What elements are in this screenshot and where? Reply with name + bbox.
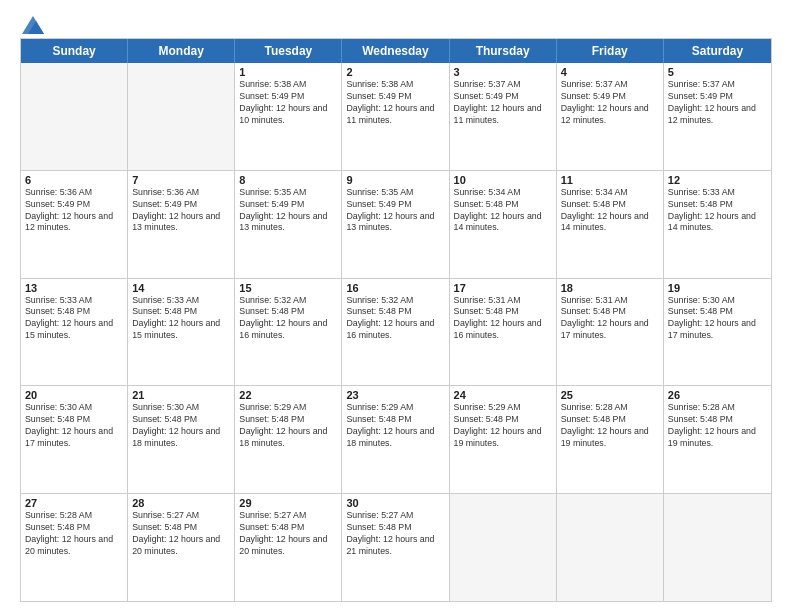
calendar-cell bbox=[128, 63, 235, 170]
weekday-header: Sunday bbox=[21, 39, 128, 63]
day-detail: Sunrise: 5:29 AM Sunset: 5:48 PM Dayligh… bbox=[346, 402, 444, 450]
calendar-cell: 2Sunrise: 5:38 AM Sunset: 5:49 PM Daylig… bbox=[342, 63, 449, 170]
day-detail: Sunrise: 5:35 AM Sunset: 5:49 PM Dayligh… bbox=[239, 187, 337, 235]
logo bbox=[20, 16, 44, 30]
calendar-cell: 4Sunrise: 5:37 AM Sunset: 5:49 PM Daylig… bbox=[557, 63, 664, 170]
calendar-row: 27Sunrise: 5:28 AM Sunset: 5:48 PM Dayli… bbox=[21, 493, 771, 601]
day-number: 16 bbox=[346, 282, 444, 294]
day-number: 14 bbox=[132, 282, 230, 294]
day-number: 2 bbox=[346, 66, 444, 78]
day-detail: Sunrise: 5:32 AM Sunset: 5:48 PM Dayligh… bbox=[239, 295, 337, 343]
day-number: 20 bbox=[25, 389, 123, 401]
day-detail: Sunrise: 5:30 AM Sunset: 5:48 PM Dayligh… bbox=[25, 402, 123, 450]
calendar-row: 6Sunrise: 5:36 AM Sunset: 5:49 PM Daylig… bbox=[21, 170, 771, 278]
day-detail: Sunrise: 5:38 AM Sunset: 5:49 PM Dayligh… bbox=[239, 79, 337, 127]
calendar-cell: 27Sunrise: 5:28 AM Sunset: 5:48 PM Dayli… bbox=[21, 494, 128, 601]
weekday-header: Friday bbox=[557, 39, 664, 63]
day-detail: Sunrise: 5:30 AM Sunset: 5:48 PM Dayligh… bbox=[668, 295, 767, 343]
day-number: 29 bbox=[239, 497, 337, 509]
calendar-cell: 11Sunrise: 5:34 AM Sunset: 5:48 PM Dayli… bbox=[557, 171, 664, 278]
day-detail: Sunrise: 5:36 AM Sunset: 5:49 PM Dayligh… bbox=[25, 187, 123, 235]
calendar-row: 1Sunrise: 5:38 AM Sunset: 5:49 PM Daylig… bbox=[21, 63, 771, 170]
day-number: 11 bbox=[561, 174, 659, 186]
day-number: 3 bbox=[454, 66, 552, 78]
calendar-body: 1Sunrise: 5:38 AM Sunset: 5:49 PM Daylig… bbox=[21, 63, 771, 601]
day-detail: Sunrise: 5:27 AM Sunset: 5:48 PM Dayligh… bbox=[132, 510, 230, 558]
day-detail: Sunrise: 5:38 AM Sunset: 5:49 PM Dayligh… bbox=[346, 79, 444, 127]
day-number: 23 bbox=[346, 389, 444, 401]
logo-icon bbox=[22, 16, 44, 34]
day-detail: Sunrise: 5:27 AM Sunset: 5:48 PM Dayligh… bbox=[239, 510, 337, 558]
calendar-cell bbox=[21, 63, 128, 170]
calendar-cell: 15Sunrise: 5:32 AM Sunset: 5:48 PM Dayli… bbox=[235, 279, 342, 386]
weekday-header: Wednesday bbox=[342, 39, 449, 63]
calendar-cell: 29Sunrise: 5:27 AM Sunset: 5:48 PM Dayli… bbox=[235, 494, 342, 601]
day-number: 13 bbox=[25, 282, 123, 294]
day-detail: Sunrise: 5:31 AM Sunset: 5:48 PM Dayligh… bbox=[454, 295, 552, 343]
day-detail: Sunrise: 5:28 AM Sunset: 5:48 PM Dayligh… bbox=[668, 402, 767, 450]
calendar-cell: 26Sunrise: 5:28 AM Sunset: 5:48 PM Dayli… bbox=[664, 386, 771, 493]
day-detail: Sunrise: 5:35 AM Sunset: 5:49 PM Dayligh… bbox=[346, 187, 444, 235]
calendar-cell: 23Sunrise: 5:29 AM Sunset: 5:48 PM Dayli… bbox=[342, 386, 449, 493]
weekday-header: Tuesday bbox=[235, 39, 342, 63]
day-number: 10 bbox=[454, 174, 552, 186]
day-detail: Sunrise: 5:36 AM Sunset: 5:49 PM Dayligh… bbox=[132, 187, 230, 235]
calendar-cell: 16Sunrise: 5:32 AM Sunset: 5:48 PM Dayli… bbox=[342, 279, 449, 386]
calendar-cell: 6Sunrise: 5:36 AM Sunset: 5:49 PM Daylig… bbox=[21, 171, 128, 278]
day-number: 26 bbox=[668, 389, 767, 401]
calendar-row: 13Sunrise: 5:33 AM Sunset: 5:48 PM Dayli… bbox=[21, 278, 771, 386]
weekday-header: Saturday bbox=[664, 39, 771, 63]
day-number: 12 bbox=[668, 174, 767, 186]
day-detail: Sunrise: 5:28 AM Sunset: 5:48 PM Dayligh… bbox=[25, 510, 123, 558]
day-number: 25 bbox=[561, 389, 659, 401]
calendar-cell: 20Sunrise: 5:30 AM Sunset: 5:48 PM Dayli… bbox=[21, 386, 128, 493]
calendar: SundayMondayTuesdayWednesdayThursdayFrid… bbox=[20, 38, 772, 602]
calendar-cell: 13Sunrise: 5:33 AM Sunset: 5:48 PM Dayli… bbox=[21, 279, 128, 386]
calendar-cell: 30Sunrise: 5:27 AM Sunset: 5:48 PM Dayli… bbox=[342, 494, 449, 601]
page: SundayMondayTuesdayWednesdayThursdayFrid… bbox=[0, 0, 792, 612]
calendar-cell: 22Sunrise: 5:29 AM Sunset: 5:48 PM Dayli… bbox=[235, 386, 342, 493]
calendar-cell bbox=[557, 494, 664, 601]
day-detail: Sunrise: 5:29 AM Sunset: 5:48 PM Dayligh… bbox=[454, 402, 552, 450]
calendar-cell: 3Sunrise: 5:37 AM Sunset: 5:49 PM Daylig… bbox=[450, 63, 557, 170]
calendar-row: 20Sunrise: 5:30 AM Sunset: 5:48 PM Dayli… bbox=[21, 385, 771, 493]
weekday-header: Thursday bbox=[450, 39, 557, 63]
day-number: 4 bbox=[561, 66, 659, 78]
day-detail: Sunrise: 5:27 AM Sunset: 5:48 PM Dayligh… bbox=[346, 510, 444, 558]
day-detail: Sunrise: 5:34 AM Sunset: 5:48 PM Dayligh… bbox=[561, 187, 659, 235]
day-number: 18 bbox=[561, 282, 659, 294]
day-detail: Sunrise: 5:34 AM Sunset: 5:48 PM Dayligh… bbox=[454, 187, 552, 235]
day-detail: Sunrise: 5:37 AM Sunset: 5:49 PM Dayligh… bbox=[561, 79, 659, 127]
day-number: 17 bbox=[454, 282, 552, 294]
day-number: 19 bbox=[668, 282, 767, 294]
calendar-cell: 5Sunrise: 5:37 AM Sunset: 5:49 PM Daylig… bbox=[664, 63, 771, 170]
calendar-cell bbox=[664, 494, 771, 601]
day-number: 22 bbox=[239, 389, 337, 401]
day-detail: Sunrise: 5:28 AM Sunset: 5:48 PM Dayligh… bbox=[561, 402, 659, 450]
calendar-header: SundayMondayTuesdayWednesdayThursdayFrid… bbox=[21, 39, 771, 63]
day-number: 5 bbox=[668, 66, 767, 78]
calendar-cell: 28Sunrise: 5:27 AM Sunset: 5:48 PM Dayli… bbox=[128, 494, 235, 601]
day-detail: Sunrise: 5:29 AM Sunset: 5:48 PM Dayligh… bbox=[239, 402, 337, 450]
header bbox=[20, 16, 772, 30]
day-number: 1 bbox=[239, 66, 337, 78]
day-detail: Sunrise: 5:33 AM Sunset: 5:48 PM Dayligh… bbox=[25, 295, 123, 343]
calendar-cell: 17Sunrise: 5:31 AM Sunset: 5:48 PM Dayli… bbox=[450, 279, 557, 386]
day-number: 6 bbox=[25, 174, 123, 186]
calendar-cell: 9Sunrise: 5:35 AM Sunset: 5:49 PM Daylig… bbox=[342, 171, 449, 278]
calendar-cell: 10Sunrise: 5:34 AM Sunset: 5:48 PM Dayli… bbox=[450, 171, 557, 278]
calendar-cell: 19Sunrise: 5:30 AM Sunset: 5:48 PM Dayli… bbox=[664, 279, 771, 386]
calendar-cell: 8Sunrise: 5:35 AM Sunset: 5:49 PM Daylig… bbox=[235, 171, 342, 278]
calendar-cell: 7Sunrise: 5:36 AM Sunset: 5:49 PM Daylig… bbox=[128, 171, 235, 278]
day-detail: Sunrise: 5:33 AM Sunset: 5:48 PM Dayligh… bbox=[668, 187, 767, 235]
calendar-cell bbox=[450, 494, 557, 601]
calendar-cell: 14Sunrise: 5:33 AM Sunset: 5:48 PM Dayli… bbox=[128, 279, 235, 386]
day-detail: Sunrise: 5:33 AM Sunset: 5:48 PM Dayligh… bbox=[132, 295, 230, 343]
calendar-cell: 24Sunrise: 5:29 AM Sunset: 5:48 PM Dayli… bbox=[450, 386, 557, 493]
day-detail: Sunrise: 5:37 AM Sunset: 5:49 PM Dayligh… bbox=[668, 79, 767, 127]
day-number: 24 bbox=[454, 389, 552, 401]
day-number: 27 bbox=[25, 497, 123, 509]
day-number: 7 bbox=[132, 174, 230, 186]
day-detail: Sunrise: 5:31 AM Sunset: 5:48 PM Dayligh… bbox=[561, 295, 659, 343]
day-number: 30 bbox=[346, 497, 444, 509]
